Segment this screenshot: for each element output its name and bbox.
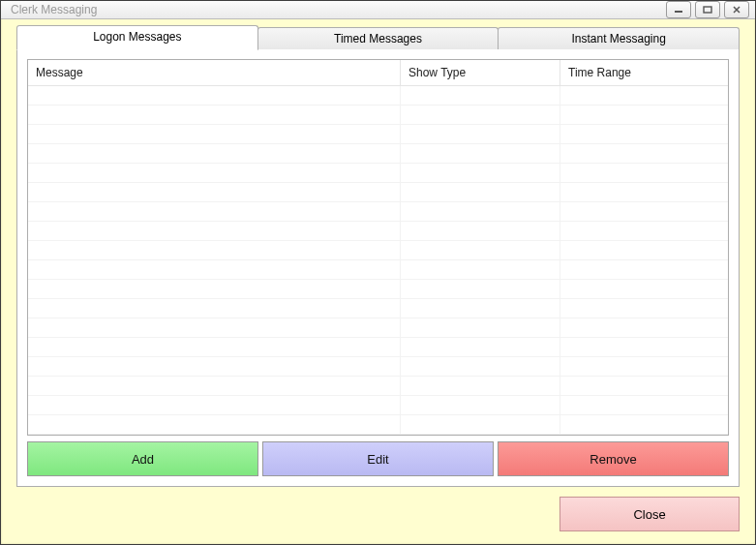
table-cell bbox=[28, 415, 401, 434]
tab-row: Logon Messages Timed Messages Instant Me… bbox=[16, 25, 740, 49]
table-cell bbox=[560, 415, 728, 434]
minimize-button[interactable] bbox=[666, 1, 691, 18]
table-cell bbox=[401, 144, 560, 163]
table-row[interactable] bbox=[28, 377, 728, 396]
svg-rect-0 bbox=[675, 11, 682, 13]
table-cell bbox=[28, 202, 401, 221]
tab-label: Logon Messages bbox=[93, 30, 181, 44]
table-cell bbox=[401, 357, 560, 376]
button-label: Add bbox=[132, 452, 154, 467]
window-title: Clerk Messaging bbox=[11, 3, 666, 16]
table-row[interactable] bbox=[28, 106, 728, 125]
table-cell bbox=[28, 377, 401, 395]
table-cell bbox=[560, 338, 728, 356]
svg-rect-1 bbox=[704, 7, 711, 13]
table-cell bbox=[401, 202, 560, 221]
table-row[interactable] bbox=[28, 415, 728, 435]
table-cell bbox=[560, 280, 728, 298]
table-row[interactable] bbox=[28, 357, 728, 377]
close-button[interactable]: Close bbox=[559, 497, 740, 531]
remove-button[interactable]: Remove bbox=[498, 441, 729, 476]
table-cell bbox=[560, 241, 728, 259]
maximize-icon bbox=[703, 6, 712, 14]
close-window-button[interactable] bbox=[724, 1, 749, 18]
tab-instant-messaging[interactable]: Instant Messaging bbox=[498, 27, 740, 49]
table-cell bbox=[401, 125, 560, 143]
table-cell bbox=[28, 357, 401, 376]
table-cell bbox=[401, 377, 560, 395]
table-cell bbox=[401, 280, 560, 298]
table-cell bbox=[401, 241, 560, 259]
table-cell bbox=[28, 396, 401, 414]
table-cell bbox=[401, 338, 560, 356]
table-row[interactable] bbox=[28, 241, 728, 260]
table-cell bbox=[28, 125, 401, 143]
table-cell bbox=[560, 318, 728, 337]
table-row[interactable] bbox=[28, 222, 728, 241]
table-row[interactable] bbox=[28, 183, 728, 202]
table-cell bbox=[28, 106, 401, 124]
table-row[interactable] bbox=[28, 125, 728, 144]
grid-body[interactable] bbox=[28, 86, 728, 435]
table-row[interactable] bbox=[28, 260, 728, 280]
tab-label: Instant Messaging bbox=[571, 32, 665, 45]
table-cell bbox=[28, 338, 401, 356]
table-row[interactable] bbox=[28, 299, 728, 318]
table-cell bbox=[401, 222, 560, 240]
window-controls bbox=[666, 1, 749, 18]
table-cell bbox=[560, 86, 728, 105]
table-cell bbox=[28, 222, 401, 240]
titlebar: Clerk Messaging bbox=[1, 1, 755, 19]
tab-label: Timed Messages bbox=[334, 32, 422, 45]
table-cell bbox=[401, 396, 560, 414]
client-area: Logon Messages Timed Messages Instant Me… bbox=[1, 19, 755, 545]
table-cell bbox=[28, 144, 401, 163]
table-cell bbox=[28, 86, 401, 105]
table-cell bbox=[560, 164, 728, 182]
tab-logon-messages[interactable]: Logon Messages bbox=[16, 25, 258, 50]
message-grid: Message Show Type Time Range bbox=[27, 59, 729, 436]
table-row[interactable] bbox=[28, 318, 728, 338]
maximize-button[interactable] bbox=[695, 1, 720, 18]
table-cell bbox=[560, 144, 728, 163]
table-row[interactable] bbox=[28, 144, 728, 164]
tab-timed-messages[interactable]: Timed Messages bbox=[257, 27, 499, 49]
table-cell bbox=[401, 415, 560, 434]
table-cell bbox=[28, 260, 401, 279]
table-cell bbox=[401, 183, 560, 201]
table-row[interactable] bbox=[28, 280, 728, 299]
table-row[interactable] bbox=[28, 164, 728, 183]
minimize-icon bbox=[674, 6, 683, 14]
button-label: Close bbox=[633, 507, 665, 522]
button-label: Remove bbox=[590, 452, 636, 467]
table-cell bbox=[560, 377, 728, 395]
table-cell bbox=[401, 164, 560, 182]
close-icon bbox=[732, 6, 741, 14]
table-cell bbox=[28, 299, 401, 318]
table-cell bbox=[401, 299, 560, 318]
table-cell bbox=[560, 202, 728, 221]
table-row[interactable] bbox=[28, 338, 728, 357]
table-row[interactable] bbox=[28, 396, 728, 415]
table-cell bbox=[560, 260, 728, 279]
add-button[interactable]: Add bbox=[27, 441, 258, 476]
edit-button[interactable]: Edit bbox=[262, 441, 494, 476]
table-cell bbox=[560, 299, 728, 318]
table-cell bbox=[28, 183, 401, 201]
table-row[interactable] bbox=[28, 202, 728, 222]
button-label: Edit bbox=[367, 452, 388, 467]
column-header-message[interactable]: Message bbox=[28, 60, 401, 85]
table-cell bbox=[28, 164, 401, 182]
tab-panel: Message Show Type Time Range Add Edit Re… bbox=[16, 48, 740, 487]
table-cell bbox=[560, 183, 728, 201]
table-cell bbox=[28, 318, 401, 337]
column-header-time-range[interactable]: Time Range bbox=[560, 60, 728, 85]
column-header-show-type[interactable]: Show Type bbox=[401, 60, 560, 85]
table-cell bbox=[28, 241, 401, 259]
table-row[interactable] bbox=[28, 86, 728, 106]
grid-header-row: Message Show Type Time Range bbox=[28, 60, 728, 86]
action-button-row: Add Edit Remove bbox=[27, 441, 729, 476]
table-cell bbox=[401, 106, 560, 124]
table-cell bbox=[401, 318, 560, 337]
table-cell bbox=[560, 222, 728, 240]
